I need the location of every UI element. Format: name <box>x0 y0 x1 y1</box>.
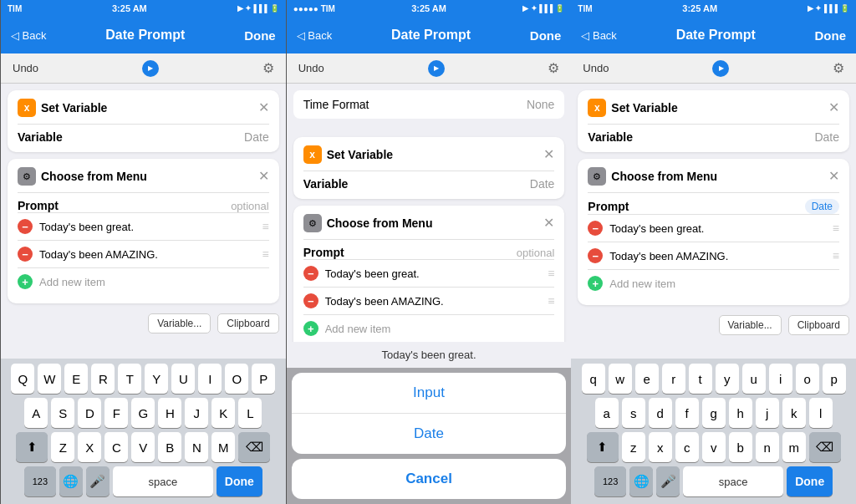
menu-item-3a[interactable]: − Today's been great. ≡ <box>588 214 839 242</box>
key-w-1[interactable]: W <box>38 364 61 394</box>
key-z-1[interactable]: Z <box>51 432 74 462</box>
back-btn-1[interactable]: ◁ Back <box>11 29 47 42</box>
key-v-3[interactable]: v <box>702 432 726 462</box>
undo-btn-1[interactable]: Undo <box>13 62 38 74</box>
key-q-1[interactable]: Q <box>11 364 34 394</box>
key-g-1[interactable]: G <box>131 398 155 428</box>
key-w-3[interactable]: w <box>609 364 632 394</box>
key-h-3[interactable]: h <box>729 398 752 428</box>
key-p-1[interactable]: P <box>252 364 275 394</box>
set-variable-close-2[interactable]: ✕ <box>543 148 554 161</box>
menu-item-3b[interactable]: − Today's been AMAZING. ≡ <box>588 242 839 269</box>
key-d-3[interactable]: d <box>649 398 672 428</box>
drag-handle-2a[interactable]: ≡ <box>548 267 554 280</box>
drag-handle-3a[interactable]: ≡ <box>833 221 839 235</box>
key-z-3[interactable]: z <box>622 432 645 462</box>
prompt-date-token[interactable]: Date <box>805 199 839 214</box>
menu-close-1[interactable]: ✕ <box>258 170 269 183</box>
key-r-1[interactable]: R <box>91 364 115 394</box>
dialog-input-option[interactable]: Input <box>292 373 567 413</box>
set-variable-close-1[interactable]: ✕ <box>258 101 269 115</box>
gear-btn-2[interactable]: ⚙ <box>548 60 559 76</box>
drag-handle-2b[interactable]: ≡ <box>548 294 554 308</box>
key-m-1[interactable]: M <box>211 432 235 462</box>
dialog-cancel-btn[interactable]: Cancel <box>292 459 567 499</box>
key-backspace-3[interactable]: ⌫ <box>809 432 841 462</box>
menu-close-3[interactable]: ✕ <box>828 170 839 183</box>
key-s-3[interactable]: s <box>622 398 645 428</box>
play-btn-3[interactable] <box>712 60 729 77</box>
key-t-1[interactable]: T <box>118 364 141 394</box>
key-f-3[interactable]: f <box>675 398 699 428</box>
key-done-1[interactable]: Done <box>217 466 262 496</box>
key-i-1[interactable]: I <box>198 364 222 394</box>
key-123-3[interactable]: 123 <box>594 466 626 496</box>
key-m-3[interactable]: m <box>782 432 806 462</box>
drag-handle-1[interactable]: ≡ <box>262 220 269 233</box>
add-item-row-2[interactable]: + Add new item <box>303 314 555 342</box>
menu-item-1[interactable]: − Today's been great. ≡ <box>18 212 269 240</box>
play-btn-1[interactable] <box>142 60 159 77</box>
remove-item-2a-btn[interactable]: − <box>303 266 318 281</box>
done-nav-btn-3[interactable]: Done <box>815 28 847 43</box>
key-i-3[interactable]: i <box>769 364 792 394</box>
gear-btn-3[interactable]: ⚙ <box>833 60 844 76</box>
key-k-1[interactable]: K <box>211 398 235 428</box>
add-item-row-3[interactable]: + Add new item <box>588 269 839 297</box>
menu-item-2[interactable]: − Today's been AMAZING. ≡ <box>18 240 269 267</box>
key-q-3[interactable]: q <box>582 364 605 394</box>
key-a-3[interactable]: a <box>595 398 619 428</box>
key-o-1[interactable]: O <box>225 364 248 394</box>
key-p-3[interactable]: p <box>823 364 846 394</box>
menu-item-2b[interactable]: − Today's been AMAZING. ≡ <box>303 287 555 314</box>
key-s-1[interactable]: S <box>51 398 74 428</box>
key-j-3[interactable]: j <box>756 398 779 428</box>
undo-btn-3[interactable]: Undo <box>583 62 609 74</box>
key-l-1[interactable]: L <box>238 398 262 428</box>
key-o-3[interactable]: o <box>796 364 819 394</box>
play-btn-2[interactable] <box>428 60 445 77</box>
back-btn-2[interactable]: ◁ Back <box>297 29 333 42</box>
key-y-3[interactable]: y <box>716 364 739 394</box>
key-a-1[interactable]: A <box>24 398 48 428</box>
key-u-3[interactable]: u <box>742 364 766 394</box>
key-backspace-1[interactable]: ⌫ <box>238 432 270 462</box>
done-nav-btn-1[interactable]: Done <box>244 28 276 43</box>
key-c-3[interactable]: c <box>675 432 699 462</box>
undo-btn-2[interactable]: Undo <box>298 62 324 74</box>
add-item-btn-3[interactable]: + <box>588 276 603 291</box>
remove-item-3a-btn[interactable]: − <box>588 221 603 236</box>
add-item-btn-1[interactable]: + <box>18 274 33 289</box>
key-r-3[interactable]: r <box>662 364 685 394</box>
key-x-3[interactable]: x <box>649 432 672 462</box>
remove-item-2b-btn[interactable]: − <box>303 293 318 308</box>
key-shift-1[interactable]: ⬆ <box>16 432 48 462</box>
menu-close-2[interactable]: ✕ <box>543 216 554 230</box>
remove-item-1-btn[interactable]: − <box>18 219 33 234</box>
drag-handle-2[interactable]: ≡ <box>262 247 269 261</box>
key-b-3[interactable]: b <box>729 432 752 462</box>
key-j-1[interactable]: J <box>185 398 208 428</box>
key-v-1[interactable]: V <box>131 432 155 462</box>
remove-item-3b-btn[interactable]: − <box>588 248 603 263</box>
variable-btn-3[interactable]: Variable... <box>719 315 782 335</box>
done-nav-btn-2[interactable]: Done <box>530 28 562 43</box>
set-variable-close-3[interactable]: ✕ <box>828 101 839 115</box>
clipboard-btn-3[interactable]: Clipboard <box>788 315 849 335</box>
key-k-3[interactable]: k <box>782 398 806 428</box>
key-n-3[interactable]: n <box>756 432 779 462</box>
menu-item-2a[interactable]: − Today's been great. ≡ <box>303 259 555 287</box>
gear-btn-1[interactable]: ⚙ <box>262 60 274 76</box>
drag-handle-3b[interactable]: ≡ <box>833 249 839 262</box>
key-e-3[interactable]: e <box>635 364 659 394</box>
key-mic-3[interactable]: 🎤 <box>656 466 680 496</box>
key-d-1[interactable]: D <box>78 398 101 428</box>
key-e-1[interactable]: E <box>64 364 88 394</box>
key-t-3[interactable]: t <box>689 364 712 394</box>
key-y-1[interactable]: Y <box>145 364 168 394</box>
key-c-1[interactable]: C <box>104 432 128 462</box>
remove-item-2-btn[interactable]: − <box>18 247 33 262</box>
variable-btn-1[interactable]: Variable... <box>148 313 211 333</box>
back-btn-3[interactable]: ◁ Back <box>581 29 617 42</box>
dialog-date-option[interactable]: Date <box>292 413 567 454</box>
